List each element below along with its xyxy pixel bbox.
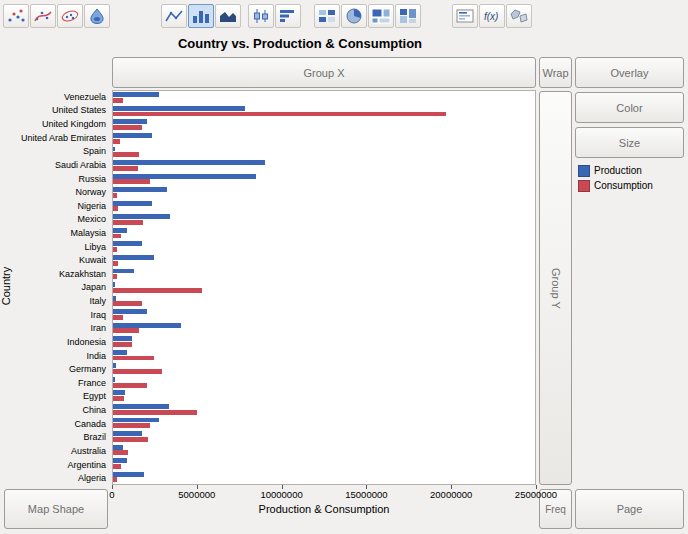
bar-production[interactable] [113,377,115,382]
bar-production[interactable] [113,147,115,152]
size-label: Size [619,137,640,149]
contour-icon[interactable] [84,4,110,28]
bar-production[interactable] [113,431,142,436]
bar-production[interactable] [113,255,154,260]
bar-consumption[interactable] [113,193,117,198]
bar-consumption[interactable] [113,98,123,103]
y-axis-labels: VenezuelaUnited StatesUnited KingdomUnit… [0,90,109,485]
bar-consumption[interactable] [113,125,142,130]
graph-builder-window: f(x) Country vs. Production & Consumptio… [0,0,688,534]
bar-consumption[interactable] [113,139,120,144]
bar-production[interactable] [113,445,123,450]
y-tick-label: Malaysia [0,226,106,240]
legend-label: Production [594,165,642,176]
bar-consumption[interactable] [113,179,150,184]
bar-production[interactable] [113,363,116,368]
bar-production[interactable] [113,336,132,341]
map-shape-icon[interactable] [506,4,532,28]
bar-production[interactable] [113,390,125,395]
bar-production[interactable] [113,418,159,423]
y-tick-label: Egypt [0,390,106,404]
bar-production[interactable] [113,133,152,138]
bar-icon[interactable] [188,4,214,28]
drop-zone-overlay[interactable]: Overlay [575,57,684,88]
bar-consumption[interactable] [113,112,446,117]
bar-consumption[interactable] [113,423,150,428]
bar-production[interactable] [113,119,147,124]
plot-area[interactable] [112,90,536,485]
mosaic-icon[interactable] [395,4,421,28]
bar-production[interactable] [113,214,170,219]
bar-production[interactable] [113,160,265,165]
drop-zone-page[interactable]: Page [575,489,684,529]
caption-box-icon[interactable] [452,4,478,28]
bar-production[interactable] [113,309,147,314]
bar-consumption[interactable] [113,356,154,361]
box-plot-icon[interactable] [248,4,274,28]
bar-consumption[interactable] [113,369,162,374]
area-icon[interactable] [215,4,241,28]
bar-production[interactable] [113,296,116,301]
bar-consumption[interactable] [113,220,143,225]
bar-production[interactable] [113,350,127,355]
bar-consumption[interactable] [113,328,139,333]
bar-consumption[interactable] [113,166,138,171]
legend-item[interactable]: Consumption [578,178,653,193]
smoother-icon[interactable] [30,4,56,28]
treemap-icon[interactable] [368,4,394,28]
bar-production[interactable] [113,174,256,179]
bar-consumption[interactable] [113,450,128,455]
y-tick-label: Mexico [0,213,106,227]
chart-title[interactable]: Country vs. Production & Consumption [40,36,560,51]
x-tick-label: 20000000 [430,489,472,500]
bar-consumption[interactable] [113,464,121,469]
drop-zone-color[interactable]: Color [575,92,684,123]
bar-consumption[interactable] [113,477,117,482]
bar-consumption[interactable] [113,396,124,401]
page-label: Page [617,503,643,515]
drop-zone-map-shape[interactable]: Map Shape [4,489,108,529]
bar-production[interactable] [113,269,134,274]
bar-consumption[interactable] [113,410,197,415]
drop-zone-wrap[interactable]: Wrap [539,57,572,88]
pie-icon[interactable] [341,4,367,28]
x-axis-title[interactable]: Production & Consumption [112,503,536,515]
bar-production[interactable] [113,458,127,463]
bar-consumption[interactable] [113,206,118,211]
bar-consumption[interactable] [113,247,117,252]
bar-consumption[interactable] [113,261,118,266]
bar-production[interactable] [113,404,169,409]
bar-consumption[interactable] [113,234,121,239]
color-label: Color [616,102,642,114]
formula-icon[interactable]: f(x) [479,4,505,28]
overlay-label: Overlay [611,67,649,79]
bar-production[interactable] [113,241,142,246]
bar-production[interactable] [113,472,144,477]
points-icon[interactable] [3,4,29,28]
bar-production[interactable] [113,92,159,97]
heatmap-icon[interactable] [314,4,340,28]
histogram-icon[interactable] [275,4,301,28]
x-tick-label: 10000000 [260,489,302,500]
bar-consumption[interactable] [113,315,123,320]
bar-consumption[interactable] [113,301,142,306]
bar-production[interactable] [113,228,127,233]
bar-consumption[interactable] [113,288,202,293]
legend-item[interactable]: Production [578,163,653,178]
drop-zone-group-x[interactable]: Group X [112,57,536,88]
drop-zone-size[interactable]: Size [575,127,684,158]
line-icon[interactable] [161,4,187,28]
freq-label: Freq [545,504,566,515]
bar-production[interactable] [113,187,167,192]
bar-consumption[interactable] [113,383,147,388]
bar-production[interactable] [113,323,181,328]
bar-consumption[interactable] [113,152,139,157]
ellipse-icon[interactable] [57,4,83,28]
bar-production[interactable] [113,201,152,206]
drop-zone-group-y[interactable]: Group Y [539,91,572,485]
bar-production[interactable] [113,282,115,287]
bar-consumption[interactable] [113,274,117,279]
bar-consumption[interactable] [113,342,132,347]
bar-production[interactable] [113,106,245,111]
bar-consumption[interactable] [113,437,148,442]
